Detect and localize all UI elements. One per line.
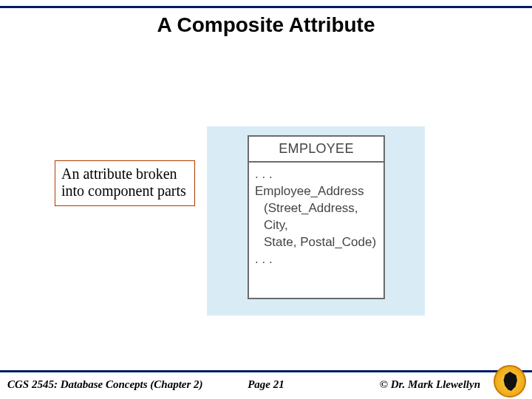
components-line-2: State, Postal_Code) bbox=[255, 234, 379, 251]
diagram-area: EMPLOYEE . . . Employee_Address (Street_… bbox=[207, 126, 425, 316]
entity-body: . . . Employee_Address (Street_Address, … bbox=[255, 166, 379, 268]
callout-text: An attribute broken into component parts bbox=[61, 166, 186, 199]
callout-box: An attribute broken into component parts bbox=[55, 160, 195, 206]
entity-box: EMPLOYEE . . . Employee_Address (Street_… bbox=[248, 135, 385, 299]
ellipsis-top: . . . bbox=[255, 166, 379, 183]
logo-icon bbox=[494, 365, 526, 398]
top-divider bbox=[0, 6, 532, 8]
entity-divider bbox=[249, 161, 383, 163]
entity-name: EMPLOYEE bbox=[249, 141, 383, 157]
slide-title: A Composite Attribute bbox=[0, 13, 532, 37]
composite-attribute: Employee_Address bbox=[255, 183, 379, 200]
ellipsis-bottom: . . . bbox=[255, 251, 379, 268]
logo-inner-shape bbox=[502, 372, 517, 391]
components-line-1: (Street_Address, City, bbox=[255, 200, 379, 234]
footer: CGS 2545: Database Concepts (Chapter 2) … bbox=[0, 372, 532, 399]
footer-right: © Dr. Mark Llewellyn bbox=[380, 378, 480, 391]
